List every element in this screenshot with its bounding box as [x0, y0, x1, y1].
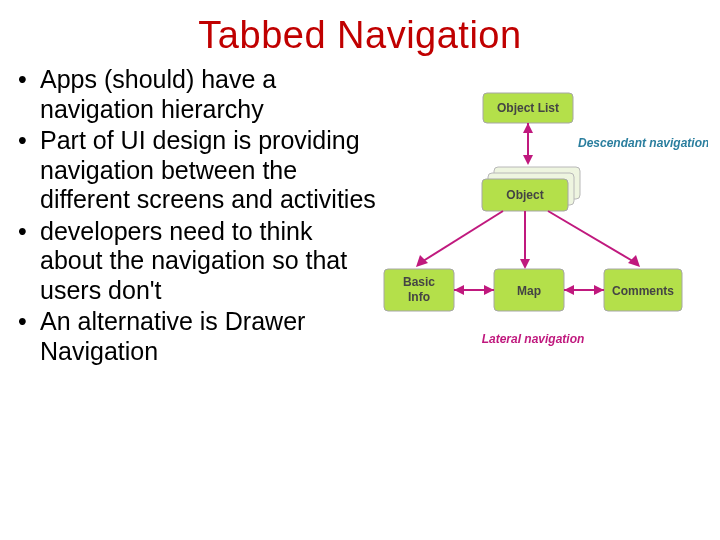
diagram-area: Object List Descendant navigation Object… [378, 65, 708, 409]
svg-marker-18 [484, 285, 494, 295]
list-item: Apps (should) have a navigation hierarch… [12, 65, 378, 124]
node-label: Object List [497, 101, 559, 115]
svg-marker-10 [520, 259, 530, 269]
lateral-label: Lateral navigation [482, 332, 585, 346]
node-label: Map [517, 284, 541, 298]
svg-marker-21 [594, 285, 604, 295]
list-item: Part of UI design is providing navigatio… [12, 126, 378, 215]
list-item: developers need to think about the navig… [12, 217, 378, 306]
node-label: Comments [612, 284, 674, 298]
svg-marker-17 [454, 285, 464, 295]
node-label: Object [506, 188, 543, 202]
list-item: An alternative is Drawer Navigation [12, 307, 378, 366]
svg-marker-8 [416, 255, 428, 267]
slide-body: Apps (should) have a navigation hierarch… [0, 57, 720, 409]
svg-marker-12 [628, 255, 640, 267]
bullet-column: Apps (should) have a navigation hierarch… [12, 65, 378, 409]
node-label: Basic [403, 275, 435, 289]
svg-marker-20 [564, 285, 574, 295]
svg-line-7 [420, 211, 503, 263]
slide-title: Tabbed Navigation [0, 0, 720, 57]
svg-line-11 [548, 211, 636, 263]
bullet-list: Apps (should) have a navigation hierarch… [12, 65, 378, 366]
descendant-label: Descendant navigation [578, 136, 708, 150]
node-label: Info [408, 290, 430, 304]
svg-marker-2 [523, 155, 533, 165]
navigation-diagram: Object List Descendant navigation Object… [378, 85, 708, 405]
svg-marker-3 [523, 123, 533, 133]
